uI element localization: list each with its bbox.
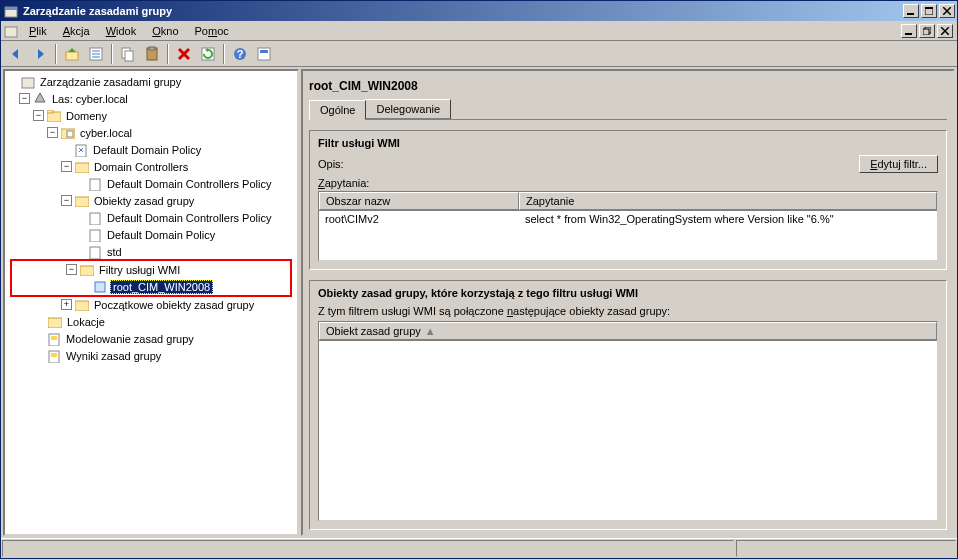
folder-icon — [46, 108, 62, 124]
collapse-icon[interactable]: − — [33, 110, 44, 121]
tree-domain[interactable]: cyber.local — [78, 127, 134, 139]
mdi-minimize-button[interactable] — [901, 24, 917, 38]
collapse-icon[interactable]: − — [66, 264, 77, 275]
help-button[interactable]: ? — [229, 43, 251, 65]
col-gpo[interactable]: Obiekt zasad grupy ▲ — [319, 322, 937, 340]
svg-rect-38 — [90, 213, 100, 225]
statusbar — [1, 538, 957, 558]
refresh-button[interactable] — [197, 43, 219, 65]
properties-button[interactable] — [85, 43, 107, 65]
svg-rect-28 — [260, 50, 268, 53]
wmi-filter-icon — [92, 279, 108, 295]
detail-panel: root_CIM_WIN2008 Ogólne Delegowanie Filt… — [301, 69, 955, 536]
back-button[interactable] — [5, 43, 27, 65]
menu-plik[interactable]: Plik — [21, 22, 55, 40]
svg-rect-44 — [48, 318, 62, 328]
col-namespace[interactable]: Obszar nazw — [319, 192, 519, 210]
table-row[interactable]: root\CIMv2 select * from Win32_Operating… — [319, 211, 937, 227]
tree-gpo-std[interactable]: std — [105, 246, 124, 258]
svg-rect-27 — [258, 48, 270, 60]
queries-table[interactable]: Obszar nazw Zapytanie root\CIMv2 select … — [318, 191, 938, 261]
modeling-icon — [46, 331, 62, 347]
folder-icon — [47, 314, 63, 330]
tree-gpo-ddcp[interactable]: Default Domain Controllers Policy — [105, 212, 273, 224]
gpo-link-icon — [73, 142, 89, 158]
minimize-button[interactable] — [903, 4, 919, 18]
tree-gpo-ddp[interactable]: Default Domain Policy — [105, 229, 217, 241]
detail-title: root_CIM_WIN2008 — [309, 75, 947, 99]
svg-rect-2 — [907, 13, 914, 15]
tree-starter[interactable]: Początkowe obiekty zasad grupy — [92, 299, 256, 311]
svg-rect-31 — [47, 110, 53, 113]
mdi-restore-button[interactable] — [919, 24, 935, 38]
svg-rect-39 — [90, 230, 100, 242]
tree-modeling[interactable]: Modelowanie zasad grupy — [64, 333, 196, 345]
domain-icon — [60, 125, 76, 141]
gpo-link-icon — [87, 176, 103, 192]
cell-query: select * from Win32_OperatingSystem wher… — [519, 213, 937, 225]
collapse-icon[interactable]: − — [19, 93, 30, 104]
tree-sites[interactable]: Lokacje — [65, 316, 107, 328]
cell-namespace: root\CIMv2 — [319, 213, 519, 225]
copy-button[interactable] — [117, 43, 139, 65]
gpo-group: Obiekty zasad grupy, które korzystają z … — [309, 280, 947, 530]
svg-rect-8 — [905, 33, 912, 35]
collapse-icon[interactable]: − — [61, 195, 72, 206]
menu-okno[interactable]: Okno — [144, 22, 186, 40]
toolbar: ? — [1, 41, 957, 67]
col-query[interactable]: Zapytanie — [519, 192, 937, 210]
forward-button[interactable] — [29, 43, 51, 65]
tree-ddp[interactable]: Default Domain Policy — [91, 144, 203, 156]
svg-rect-36 — [90, 179, 100, 191]
tree-ddcp[interactable]: Default Domain Controllers Policy — [105, 178, 273, 190]
mdi-close-button[interactable] — [937, 24, 953, 38]
app-icon — [3, 3, 19, 19]
svg-rect-37 — [75, 197, 89, 207]
gpo-table[interactable]: Obiekt zasad grupy ▲ — [318, 321, 938, 521]
delete-button[interactable] — [173, 43, 195, 65]
wmi-filter-heading: Filtr usługi WMI — [318, 137, 938, 149]
collapse-icon[interactable]: − — [47, 127, 58, 138]
edit-filter-button[interactable]: Edytuj filtr... — [859, 155, 938, 173]
tree-results[interactable]: Wyniki zasad grupy — [64, 350, 163, 362]
tree-forest[interactable]: Las: cyber.local — [50, 93, 130, 105]
forest-icon — [32, 91, 48, 107]
tree-wmi[interactable]: Filtry usługi WMI — [97, 264, 182, 276]
tab-delegation[interactable]: Delegowanie — [365, 99, 451, 119]
maximize-button[interactable] — [921, 4, 937, 18]
svg-rect-29 — [22, 78, 34, 88]
svg-rect-35 — [75, 163, 89, 173]
mdi-icon — [1, 24, 21, 38]
gpo-icon — [87, 227, 103, 243]
svg-rect-34 — [76, 145, 86, 157]
menu-pomoc[interactable]: Pomoc — [187, 22, 237, 40]
tree-root[interactable]: Zarządzanie zasadami grupy — [38, 76, 183, 88]
tree-dc[interactable]: Domain Controllers — [92, 161, 190, 173]
svg-rect-42 — [95, 282, 105, 292]
folder-icon — [79, 262, 95, 278]
gpo-heading: Obiekty zasad grupy, które korzystają z … — [318, 287, 938, 299]
tab-general[interactable]: Ogólne — [309, 100, 366, 120]
console-icon — [20, 74, 36, 90]
svg-rect-1 — [5, 7, 17, 10]
expand-icon[interactable]: + — [61, 299, 72, 310]
menu-akcja[interactable]: Akcja — [55, 22, 98, 40]
svg-rect-40 — [90, 247, 100, 259]
ou-icon — [74, 159, 90, 175]
queries-label: Zapytania: — [318, 177, 938, 189]
gpo-icon — [87, 210, 103, 226]
results-icon — [46, 348, 62, 364]
up-button[interactable] — [61, 43, 83, 65]
tree-domains[interactable]: Domeny — [64, 110, 109, 122]
tree-panel[interactable]: Zarządzanie zasadami grupy −Las: cyber.l… — [3, 69, 299, 536]
titlebar: Zarządzanie zasadami grupy — [1, 1, 957, 21]
menu-widok[interactable]: Widok — [98, 22, 145, 40]
tree-wmi-item[interactable]: root_CIM_WIN2008 — [110, 280, 213, 294]
close-button[interactable] — [939, 4, 955, 18]
collapse-icon[interactable]: − — [61, 161, 72, 172]
folder-icon — [74, 193, 90, 209]
paste-button[interactable] — [141, 43, 163, 65]
options-button[interactable] — [253, 43, 275, 65]
tabs: Ogólne Delegowanie — [309, 99, 947, 120]
tree-gpo[interactable]: Obiekty zasad grupy — [92, 195, 196, 207]
